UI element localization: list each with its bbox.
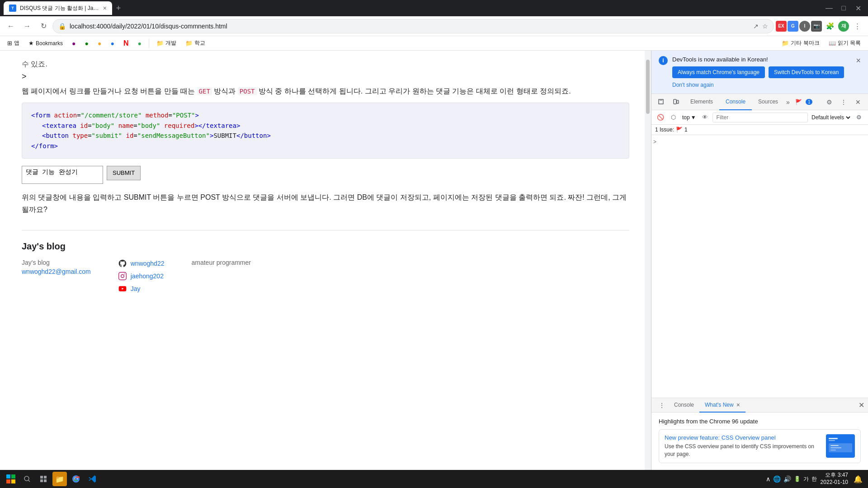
taskbar-search-button[interactable] <box>20 472 34 486</box>
win-square-3 <box>6 479 10 483</box>
bookmark-netflix[interactable]: N <box>120 38 132 48</box>
active-tab[interactable]: T DISQUS 댓글 기능 활성화 | Jay's × <box>4 1 112 15</box>
refresh-button[interactable]: ↻ <box>36 19 51 33</box>
search-icon <box>24 475 31 483</box>
feature-title-link[interactable]: New preview feature: CSS Overview panel <box>665 434 821 441</box>
console-chevron[interactable]: > <box>651 137 868 147</box>
taskbar-taskview-button[interactable] <box>36 472 51 486</box>
para1-end: 방식 중 하나를 선택하게 됩니다. 그리고 우리가 원하는 댓글 기능은 대체… <box>259 87 571 95</box>
keyboard-icon[interactable]: 가 <box>803 475 809 483</box>
bottom-tab-whats-new[interactable]: What's New × <box>699 398 745 413</box>
inspect-element-button[interactable] <box>655 96 668 108</box>
code-line2: <textarea id="body" name="body" required… <box>31 121 620 131</box>
context-dropdown-icon: ▼ <box>691 114 696 121</box>
start-button[interactable] <box>4 472 18 486</box>
taskbar-chrome-button[interactable] <box>69 472 83 486</box>
bookmark-other[interactable]: 📁 기타 북마크 <box>778 38 823 48</box>
tab-more-button[interactable]: » <box>784 99 792 106</box>
extensions-button[interactable]: 🧩 <box>823 19 837 33</box>
more-options-button[interactable]: ⋮ <box>837 96 850 108</box>
description-text: 위의 댓글창에 내용을 입력하고 SUBMIT 버튼을 누르면 POST 방식으… <box>22 191 629 216</box>
taskbar-time[interactable]: 오후 3:47 2022-01-10 <box>821 472 848 486</box>
taskbar-fileexplorer-button[interactable]: 📁 <box>52 472 67 486</box>
social-instagram: jaehong202 <box>118 272 165 281</box>
tab-sources[interactable]: Sources <box>752 94 784 110</box>
extension-g-icon[interactable]: G <box>788 21 798 32</box>
scroll-thumb[interactable] <box>646 60 650 114</box>
win-square-4 <box>11 479 15 483</box>
whats-new-close-button[interactable]: × <box>736 402 740 408</box>
feature-description: Use the CSS overview panel to identify C… <box>665 443 821 458</box>
close-window-button[interactable]: ✕ <box>852 2 864 14</box>
social-youtube: Jay <box>118 284 165 293</box>
bookmark-readinglist[interactable]: 📖 읽기 목록 <box>825 38 864 48</box>
top-label: top <box>682 114 690 121</box>
minimize-button[interactable]: — <box>823 2 835 14</box>
code-line4: </form> <box>31 141 620 151</box>
tab-elements[interactable]: Elements <box>684 94 719 110</box>
console-settings-button[interactable]: ⚙ <box>854 112 864 123</box>
close-devtools-button[interactable]: ✕ <box>852 96 864 108</box>
extension-i-icon[interactable]: I <box>799 21 810 32</box>
banner-close-button[interactable]: × <box>856 56 861 66</box>
pause-exceptions-button[interactable]: ⬡ <box>668 112 679 123</box>
bookmark-blue[interactable]: ● <box>107 39 118 48</box>
comment-textarea[interactable]: 댓글 기능 완성기 <box>22 166 103 184</box>
bottom-tab-console[interactable]: Console <box>669 398 699 413</box>
bookmark-bookmarks-label: Bookmarks <box>36 40 63 47</box>
settings-button[interactable]: ⚙ <box>823 96 835 108</box>
extension-cam-icon[interactable]: 📷 <box>811 21 822 32</box>
footer-title: Jay's blog <box>22 241 629 252</box>
tray-arrow-icon[interactable]: ∧ <box>766 475 770 483</box>
profile-avatar[interactable]: 재 <box>838 21 849 32</box>
taskbar-vscode-button[interactable] <box>85 472 99 486</box>
menu-button[interactable]: ⋮ <box>850 19 864 33</box>
tab-console[interactable]: Console <box>719 94 752 110</box>
bottom-panel-menu-icon[interactable]: ⋮ <box>655 402 669 409</box>
bookmark-dev[interactable]: 📁 개발 <box>153 38 180 48</box>
context-selector[interactable]: top ▼ <box>680 113 698 122</box>
page-scrollbar[interactable] <box>645 51 651 470</box>
network-icon[interactable]: 🌐 <box>773 475 781 483</box>
log-levels-select[interactable]: Default levels <box>810 114 852 121</box>
device-toolbar-button[interactable] <box>670 96 682 108</box>
submit-button[interactable]: SUBMIT <box>107 166 141 180</box>
bookmark-readinglist-label: 읽기 목록 <box>838 39 861 47</box>
bookmark-yellow[interactable]: ● <box>94 39 105 48</box>
address-bar[interactable]: 🔒 localhost:4000/daily/2022/01/10/disqus… <box>52 19 774 33</box>
always-match-language-button[interactable]: Always match Chrome's language <box>672 66 765 78</box>
feature-card: New preview feature: CSS Overview panel … <box>659 429 861 463</box>
extension-ex-icon[interactable]: EX <box>776 21 787 32</box>
eye-button[interactable]: 👁 <box>700 112 711 123</box>
instagram-link[interactable]: jaehong202 <box>131 272 164 280</box>
clear-console-button[interactable]: 🚫 <box>655 112 666 123</box>
github-link[interactable]: wnwoghd22 <box>131 260 165 267</box>
bookmark-bookmarks[interactable]: ★ Bookmarks <box>25 39 66 47</box>
filter-input[interactable] <box>712 113 808 122</box>
footer-email[interactable]: wnwoghd22@gmail.com <box>22 268 91 275</box>
bookmark-blue-icon: ● <box>110 40 114 47</box>
bookmark-school[interactable]: 📁 학교 <box>182 38 209 48</box>
dont-show-again-link[interactable]: Don't show again <box>672 82 851 88</box>
svg-rect-6 <box>677 100 679 103</box>
bottom-panel-close-button[interactable]: ✕ <box>859 401 864 409</box>
bookmark-twitch[interactable]: ● <box>68 39 79 48</box>
svg-rect-17 <box>44 476 47 479</box>
svg-point-22 <box>75 478 77 480</box>
maximize-button[interactable]: □ <box>837 2 850 14</box>
volume-icon[interactable]: 🔊 <box>783 475 791 483</box>
nav-right-icons: EX G I 📷 🧩 재 ⋮ <box>776 19 864 33</box>
bookmark-green1[interactable]: ● <box>81 39 92 48</box>
code-block: <form action="/comment/store" method="PO… <box>22 103 629 159</box>
back-button[interactable]: ← <box>4 19 18 33</box>
notification-button[interactable]: 🔔 <box>852 473 864 485</box>
new-tab-button[interactable]: + <box>112 2 125 14</box>
switch-to-korean-button[interactable]: Switch DevTools to Korean <box>769 66 844 78</box>
ime-icon[interactable]: 한 <box>811 475 817 483</box>
bottom-tabs: ⋮ Console What's New × ✕ <box>651 398 868 413</box>
tab-close-button[interactable]: × <box>103 5 107 12</box>
forward-button[interactable]: → <box>20 19 34 33</box>
bookmark-apps[interactable]: ⊞ 앱 <box>4 38 23 48</box>
bookmark-green2[interactable]: ● <box>134 39 145 48</box>
youtube-link[interactable]: Jay <box>131 285 141 292</box>
